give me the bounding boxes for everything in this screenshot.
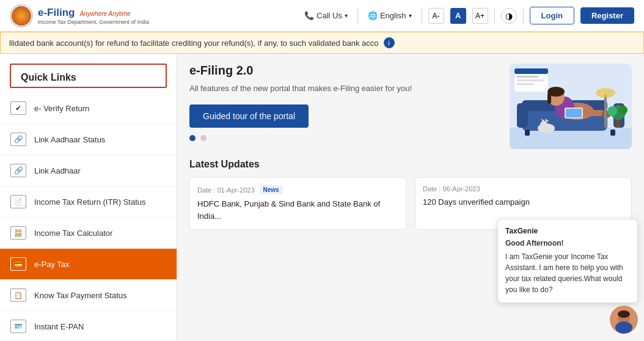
taxgenie-message: I am TaxGenie your Income Tax Assistant.… bbox=[505, 251, 630, 295]
efiling-section: e-Filing 2.0 All features of the new por… bbox=[189, 64, 632, 149]
slide-dot-active[interactable] bbox=[189, 135, 196, 141]
update-date-1: Date : 01-Apr-2023 News bbox=[197, 185, 398, 194]
svg-rect-14 bbox=[547, 93, 551, 104]
sidebar-label-link-aadhaar: Link Aadhaar bbox=[34, 166, 81, 175]
header-right: 📞 Call Us ▾ 🌐 English ▾ A- A A+ ◑ Login … bbox=[301, 7, 634, 24]
divider-1 bbox=[357, 9, 358, 23]
efiling-illustration bbox=[510, 64, 632, 149]
avatar-svg bbox=[610, 306, 638, 334]
sidebar-label-e-pay-tax: e-Pay Tax bbox=[34, 260, 70, 269]
main-layout: Quick Links ✔ e- Verify Return 🔗 Link Aa… bbox=[0, 54, 644, 340]
svg-rect-32 bbox=[517, 83, 534, 85]
lang-chevron: ▾ bbox=[409, 12, 412, 19]
divider-4 bbox=[523, 9, 524, 23]
logo bbox=[10, 4, 33, 28]
latest-updates-label: Latest Updates bbox=[189, 159, 260, 170]
call-us-nav[interactable]: 📞 Call Us ▾ bbox=[301, 9, 351, 23]
brand-subtitle: Income Tax Department, Government of Ind… bbox=[38, 19, 149, 25]
svg-point-26 bbox=[619, 106, 628, 114]
sidebar-item-itr-status[interactable]: 📄 Income Tax Return (ITR) Status bbox=[0, 186, 177, 218]
sidebar-label-itr-status: Income Tax Return (ITR) Status bbox=[34, 197, 146, 207]
sidebar-item-link-aadhaar[interactable]: 🔗 Link Aadhaar bbox=[0, 155, 177, 186]
itr-status-icon: 📄 bbox=[10, 193, 27, 210]
taxgenie-name: TaxGenie bbox=[505, 227, 630, 235]
emblem bbox=[12, 6, 31, 26]
slide-dot-2[interactable] bbox=[200, 135, 207, 141]
e-verify-icon: ✔ bbox=[10, 100, 27, 117]
font-default-button[interactable]: A bbox=[450, 8, 466, 24]
calculator-icon: 🧮 bbox=[10, 224, 27, 241]
link-aadhaar-status-icon: 🔗 bbox=[10, 131, 27, 148]
sidebar-label-income-tax-calculator: Income Tax Calculator bbox=[34, 229, 112, 238]
sidebar-label-know-tax-payment-status: Know Tax Payment Status bbox=[34, 291, 127, 300]
font-decrease-button[interactable]: A- bbox=[428, 8, 444, 24]
call-us-label: Call Us bbox=[317, 11, 342, 20]
efiling-title: e-Filing 2.0 bbox=[189, 64, 497, 78]
svg-rect-30 bbox=[517, 76, 538, 78]
phone-icon: 📞 bbox=[304, 11, 314, 20]
svg-rect-28 bbox=[514, 68, 548, 74]
taxgenie-greeting: Good Afternoon! bbox=[505, 238, 630, 249]
svg-point-18 bbox=[596, 88, 615, 98]
sidebar-label-e-verify-return: e- Verify Return bbox=[34, 104, 89, 113]
latest-updates-title: Latest Updates bbox=[189, 159, 632, 170]
taxgenie-popup: TaxGenie Good Afternoon! I am TaxGenie y… bbox=[497, 219, 638, 303]
update-text-2: 120 Days unverified campaign bbox=[423, 196, 624, 208]
register-button[interactable]: Register bbox=[580, 7, 634, 24]
update-card-1: Date : 01-Apr-2023 News HDFC Bank, Punja… bbox=[189, 177, 406, 230]
svg-point-25 bbox=[607, 106, 617, 116]
e-pay-tax-icon: 💳 bbox=[10, 255, 27, 273]
link-aadhaar-icon: 🔗 bbox=[10, 162, 27, 179]
sidebar-item-income-tax-calculator[interactable]: 🧮 Income Tax Calculator bbox=[0, 218, 177, 249]
know-tax-icon: 📋 bbox=[10, 287, 27, 304]
svg-rect-7 bbox=[610, 130, 615, 136]
illustration-svg bbox=[510, 64, 632, 149]
brand-title: e-Filing Anywhere Anytime bbox=[38, 7, 149, 19]
language-nav[interactable]: 🌐 English ▾ bbox=[364, 9, 415, 23]
announcement-text: llidated bank account(s) for refund to f… bbox=[9, 38, 379, 48]
brand-text: e-Filing Anywhere Anytime Income Tax Dep… bbox=[38, 7, 149, 25]
svg-point-36 bbox=[615, 321, 632, 334]
svg-rect-6 bbox=[525, 130, 530, 136]
globe-icon: 🌐 bbox=[368, 11, 378, 20]
sidebar-item-know-tax-payment-status[interactable]: 📋 Know Tax Payment Status bbox=[0, 280, 177, 311]
sidebar: Quick Links ✔ e- Verify Return 🔗 Link Aa… bbox=[0, 54, 177, 340]
announcement-bar: llidated bank account(s) for refund to f… bbox=[0, 32, 644, 54]
svg-rect-31 bbox=[517, 79, 544, 81]
svg-rect-9 bbox=[580, 110, 604, 116]
guided-tour-button[interactable]: Guided tour of the portal bbox=[189, 105, 309, 128]
divider-2 bbox=[422, 9, 422, 23]
sidebar-item-instant-epan[interactable]: 🪪 Instant E-PAN bbox=[0, 311, 177, 340]
sidebar-label-instant-epan: Instant E-PAN bbox=[34, 322, 84, 331]
sidebar-item-link-aadhaar-status[interactable]: 🔗 Link Aadhaar Status bbox=[0, 124, 177, 155]
language-label: English bbox=[380, 11, 406, 20]
content-area: e-Filing 2.0 All features of the new por… bbox=[177, 54, 644, 340]
font-increase-button[interactable]: A+ bbox=[472, 8, 488, 24]
divider-3 bbox=[494, 9, 495, 23]
quick-links-heading: Quick Links bbox=[10, 64, 167, 88]
brand-area: e-Filing Anywhere Anytime Income Tax Dep… bbox=[10, 4, 149, 28]
svg-rect-17 bbox=[604, 94, 607, 128]
svg-point-35 bbox=[618, 310, 630, 318]
instant-epan-icon: 🪪 bbox=[10, 318, 27, 335]
sidebar-item-e-pay-tax[interactable]: 💳 e-Pay Tax bbox=[0, 249, 177, 280]
efiling-text: e-Filing 2.0 All features of the new por… bbox=[189, 64, 497, 141]
news-badge-1: News bbox=[260, 185, 283, 194]
info-icon[interactable]: i bbox=[384, 37, 395, 48]
taxgenie-avatar[interactable] bbox=[610, 306, 638, 334]
login-button[interactable]: Login bbox=[530, 7, 574, 24]
call-us-chevron: ▾ bbox=[345, 12, 348, 19]
update-text-1: HDFC Bank, Punjab & Sind Bank and State … bbox=[197, 198, 398, 222]
update-date-2: Date : 06-Apr-2023 bbox=[423, 185, 624, 193]
svg-rect-4 bbox=[517, 103, 528, 128]
svg-rect-16 bbox=[566, 109, 582, 117]
sidebar-label-link-aadhaar-status: Link Aadhaar Status bbox=[34, 135, 105, 144]
contrast-button[interactable]: ◑ bbox=[501, 8, 517, 24]
sidebar-item-e-verify-return[interactable]: ✔ e- Verify Return bbox=[0, 93, 177, 124]
efiling-desc: All features of the new portal that make… bbox=[189, 82, 497, 95]
header: e-Filing Anywhere Anytime Income Tax Dep… bbox=[0, 0, 644, 32]
